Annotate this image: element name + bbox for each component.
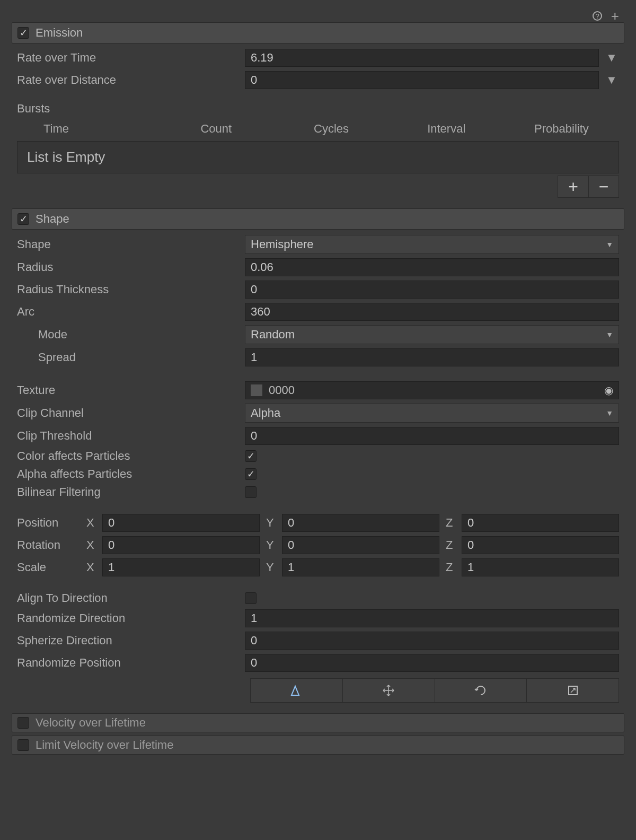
rotation-y-input[interactable] <box>282 536 439 554</box>
arc-mode-label: Mode <box>17 328 240 342</box>
axis-y-label: Y <box>266 561 276 574</box>
randomize-position-label: Randomize Position <box>17 656 240 670</box>
gizmo-edit-button[interactable] <box>250 678 343 703</box>
clip-channel-value: Alpha <box>251 406 280 420</box>
spread-label: Spread <box>17 351 240 364</box>
randomize-direction-input[interactable] <box>245 609 619 627</box>
bursts-remove-button[interactable]: − <box>588 176 619 198</box>
move-tool-button[interactable] <box>343 678 435 703</box>
shape-type-value: Hemisphere <box>251 238 314 251</box>
emission-title: Emission <box>36 26 83 40</box>
texture-field[interactable]: 0000 ◉ <box>245 381 619 399</box>
rate-over-time-label: Rate over Time <box>17 51 240 65</box>
rate-over-time-input[interactable] <box>245 49 599 67</box>
rotation-x-input[interactable] <box>102 536 260 554</box>
bursts-col-count: Count <box>158 122 273 136</box>
shape-type-label: Shape <box>17 238 240 251</box>
chevron-down-icon: ▼ <box>606 330 613 339</box>
bursts-col-interval: Interval <box>389 122 504 136</box>
texture-value: 0000 <box>269 383 295 397</box>
arc-mode-value: Random <box>251 328 295 342</box>
limit-velocity-title: Limit Velocity over Lifetime <box>36 738 173 752</box>
axis-z-label: Z <box>446 538 455 552</box>
align-to-direction-checkbox[interactable] <box>245 592 257 604</box>
bilinear-label: Bilinear Filtering <box>17 485 240 499</box>
shape-tool-row <box>12 674 624 703</box>
radius-input[interactable] <box>245 258 619 276</box>
inspector-panel: ? + ✓ Emission Rate over Time ▼ Rate ove… <box>0 0 636 755</box>
rotate-tool-button[interactable] <box>435 678 527 703</box>
axis-y-label: Y <box>266 516 276 530</box>
arc-input[interactable] <box>245 303 619 321</box>
position-z-input[interactable] <box>462 514 619 532</box>
alpha-affects-label: Alpha affects Particles <box>17 467 240 481</box>
scale-y-input[interactable] <box>282 558 439 576</box>
clip-threshold-label: Clip Threshold <box>17 429 240 443</box>
rate-over-time-dropdown-icon[interactable]: ▼ <box>604 51 619 65</box>
bursts-table-header: Time Count Cycles Interval Probability <box>12 120 624 138</box>
shape-title: Shape <box>36 212 69 226</box>
axis-x-label: X <box>86 561 96 574</box>
rate-over-distance-input[interactable] <box>245 71 599 89</box>
bursts-add-button[interactable]: + <box>558 176 588 198</box>
rate-over-distance-label: Rate over Distance <box>17 73 240 87</box>
spherize-direction-input[interactable] <box>245 632 619 650</box>
rotation-z-input[interactable] <box>462 536 619 554</box>
emission-enable-checkbox[interactable]: ✓ <box>17 27 29 39</box>
target-picker-icon[interactable]: ◉ <box>604 384 613 397</box>
scale-icon <box>567 684 579 697</box>
shape-module-header[interactable]: ✓ Shape <box>12 208 624 230</box>
radius-label: Radius <box>17 260 240 274</box>
bursts-empty-message: List is Empty <box>17 141 619 173</box>
spread-input[interactable] <box>245 348 619 366</box>
axis-z-label: Z <box>446 516 455 530</box>
randomize-position-input[interactable] <box>245 654 619 672</box>
bursts-col-probability: Probability <box>504 122 619 136</box>
clip-channel-dropdown[interactable]: Alpha ▼ <box>245 404 619 423</box>
shape-enable-checkbox[interactable]: ✓ <box>17 213 29 225</box>
scale-x-input[interactable] <box>102 558 260 576</box>
bursts-col-time: Time <box>17 122 158 136</box>
svg-text:?: ? <box>595 12 599 20</box>
scale-tool-button[interactable] <box>527 678 619 703</box>
alpha-affects-checkbox[interactable]: ✓ <box>245 468 257 480</box>
axis-x-label: X <box>86 516 96 530</box>
color-affects-checkbox[interactable]: ✓ <box>245 450 257 462</box>
add-icon[interactable]: + <box>611 8 619 24</box>
velocity-module-header[interactable]: Velocity over Lifetime <box>12 713 624 732</box>
chevron-down-icon: ▼ <box>606 240 613 249</box>
radius-thickness-input[interactable] <box>245 281 619 299</box>
arc-label: Arc <box>17 305 240 319</box>
edit-gizmo-icon <box>290 684 303 697</box>
shape-type-dropdown[interactable]: Hemisphere ▼ <box>245 235 619 254</box>
rotate-icon <box>474 684 487 697</box>
position-label: Position <box>17 516 81 530</box>
bursts-label: Bursts <box>12 91 624 120</box>
scale-z-input[interactable] <box>462 558 619 576</box>
bursts-col-cycles: Cycles <box>273 122 388 136</box>
arc-mode-dropdown[interactable]: Random ▼ <box>245 325 619 344</box>
spherize-direction-label: Spherize Direction <box>17 634 240 648</box>
position-y-input[interactable] <box>282 514 439 532</box>
clip-threshold-input[interactable] <box>245 427 619 445</box>
align-to-direction-label: Align To Direction <box>17 591 240 605</box>
emission-module-header[interactable]: ✓ Emission <box>12 22 624 43</box>
color-affects-label: Color affects Particles <box>17 449 240 463</box>
move-icon <box>382 684 395 697</box>
velocity-enable-checkbox[interactable] <box>17 717 29 729</box>
limit-velocity-enable-checkbox[interactable] <box>17 739 29 751</box>
help-icon[interactable]: ? <box>592 11 603 21</box>
rotation-label: Rotation <box>17 538 81 552</box>
rate-over-distance-dropdown-icon[interactable]: ▼ <box>604 73 619 87</box>
position-x-input[interactable] <box>102 514 260 532</box>
axis-x-label: X <box>86 538 96 552</box>
axis-y-label: Y <box>266 538 276 552</box>
limit-velocity-module-header[interactable]: Limit Velocity over Lifetime <box>12 736 624 755</box>
chevron-down-icon: ▼ <box>606 409 613 417</box>
clip-channel-label: Clip Channel <box>17 406 240 420</box>
texture-label: Texture <box>17 383 240 397</box>
bursts-actions: + − <box>12 173 624 208</box>
scale-label: Scale <box>17 561 81 574</box>
texture-thumbnail-icon <box>251 384 262 396</box>
bilinear-checkbox[interactable] <box>245 486 257 498</box>
